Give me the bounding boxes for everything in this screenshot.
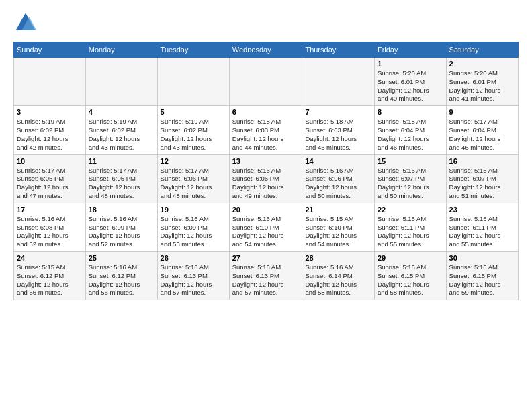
day-info: Sunrise: 5:15 AM Sunset: 6:12 PM Dayligh… [17,263,83,298]
day-number: 20 [232,205,300,214]
calendar-cell: 21Sunrise: 5:15 AM Sunset: 6:10 PM Dayli… [302,203,375,251]
day-info: Sunrise: 5:18 AM Sunset: 6:04 PM Dayligh… [378,118,443,152]
calendar-cell: 28Sunrise: 5:16 AM Sunset: 6:14 PM Dayli… [302,252,375,300]
day-number: 11 [89,157,154,165]
day-number: 16 [449,157,515,165]
day-info: Sunrise: 5:17 AM Sunset: 6:06 PM Dayligh… [161,167,226,201]
day-number: 18 [89,205,154,214]
calendar-cell: 27Sunrise: 5:16 AM Sunset: 6:13 PM Dayli… [229,252,302,300]
day-info: Sunrise: 5:16 AM Sunset: 6:10 PM Dayligh… [232,215,300,249]
calendar-cell: 14Sunrise: 5:16 AM Sunset: 6:06 PM Dayli… [302,154,375,203]
calendar-cell: 30Sunrise: 5:16 AM Sunset: 6:15 PM Dayli… [446,252,518,300]
day-number: 25 [89,254,154,262]
calendar-cell: 8Sunrise: 5:18 AM Sunset: 6:04 PM Daylig… [374,106,446,154]
calendar-cell: 20Sunrise: 5:16 AM Sunset: 6:10 PM Dayli… [229,203,302,251]
day-number: 9 [449,108,515,116]
weekday-header-monday: Monday [85,42,157,58]
calendar-body: 1Sunrise: 5:20 AM Sunset: 6:01 PM Daylig… [14,58,519,300]
day-number: 26 [161,254,226,262]
day-info: Sunrise: 5:15 AM Sunset: 6:10 PM Dayligh… [305,215,371,249]
calendar-header: SundayMondayTuesdayWednesdayThursdayFrid… [14,42,519,58]
calendar-cell: 22Sunrise: 5:15 AM Sunset: 6:11 PM Dayli… [374,203,446,251]
calendar-cell: 2Sunrise: 5:20 AM Sunset: 6:01 PM Daylig… [446,58,518,106]
day-number: 13 [232,157,300,165]
day-info: Sunrise: 5:17 AM Sunset: 6:05 PM Dayligh… [17,167,83,201]
day-info: Sunrise: 5:16 AM Sunset: 6:13 PM Dayligh… [232,263,300,298]
day-number: 3 [17,108,83,116]
day-info: Sunrise: 5:17 AM Sunset: 6:04 PM Dayligh… [449,118,515,152]
day-number: 23 [449,205,515,214]
calendar-cell: 7Sunrise: 5:18 AM Sunset: 6:03 PM Daylig… [302,106,375,154]
weekday-row: SundayMondayTuesdayWednesdayThursdayFrid… [14,42,519,58]
day-info: Sunrise: 5:16 AM Sunset: 6:12 PM Dayligh… [89,263,154,298]
calendar-cell [229,58,302,106]
calendar-cell: 15Sunrise: 5:16 AM Sunset: 6:07 PM Dayli… [374,154,446,203]
day-number: 15 [378,157,443,165]
calendar-week-row: 17Sunrise: 5:16 AM Sunset: 6:08 PM Dayli… [14,203,519,251]
day-number: 5 [161,108,226,116]
calendar-cell: 18Sunrise: 5:16 AM Sunset: 6:09 PM Dayli… [85,203,157,251]
day-info: Sunrise: 5:18 AM Sunset: 6:03 PM Dayligh… [232,118,300,152]
day-info: Sunrise: 5:16 AM Sunset: 6:15 PM Dayligh… [378,263,443,298]
day-number: 22 [378,205,443,214]
day-number: 6 [232,108,300,116]
calendar-cell: 19Sunrise: 5:16 AM Sunset: 6:09 PM Dayli… [157,203,229,251]
day-number: 8 [378,108,443,116]
calendar-cell [157,58,229,106]
weekday-header-thursday: Thursday [302,42,375,58]
day-number: 10 [17,157,83,165]
header [13,11,519,35]
day-info: Sunrise: 5:17 AM Sunset: 6:05 PM Dayligh… [89,167,154,201]
calendar-cell [302,58,375,106]
calendar-cell: 6Sunrise: 5:18 AM Sunset: 6:03 PM Daylig… [229,106,302,154]
weekday-header-wednesday: Wednesday [229,42,302,58]
day-number: 1 [378,60,443,68]
page: SundayMondayTuesdayWednesdayThursdayFrid… [0,0,532,411]
day-info: Sunrise: 5:19 AM Sunset: 6:02 PM Dayligh… [89,118,154,152]
day-info: Sunrise: 5:16 AM Sunset: 6:08 PM Dayligh… [17,215,83,249]
day-number: 27 [232,254,300,262]
day-info: Sunrise: 5:15 AM Sunset: 6:11 PM Dayligh… [378,215,443,249]
day-info: Sunrise: 5:16 AM Sunset: 6:15 PM Dayligh… [449,263,515,298]
weekday-header-sunday: Sunday [14,42,86,58]
logo [13,11,40,35]
calendar-table: SundayMondayTuesdayWednesdayThursdayFrid… [13,42,519,300]
day-number: 30 [449,254,515,262]
calendar-week-row: 24Sunrise: 5:15 AM Sunset: 6:12 PM Dayli… [14,252,519,300]
day-info: Sunrise: 5:20 AM Sunset: 6:01 PM Dayligh… [378,69,443,103]
calendar-cell [14,58,86,106]
calendar-week-row: 3Sunrise: 5:19 AM Sunset: 6:02 PM Daylig… [14,106,519,154]
calendar-cell: 5Sunrise: 5:19 AM Sunset: 6:02 PM Daylig… [157,106,229,154]
calendar-cell: 11Sunrise: 5:17 AM Sunset: 6:05 PM Dayli… [85,154,157,203]
day-number: 7 [305,108,371,116]
calendar-cell [85,58,157,106]
day-number: 2 [449,60,515,68]
calendar-cell: 13Sunrise: 5:16 AM Sunset: 6:06 PM Dayli… [229,154,302,203]
calendar-cell: 12Sunrise: 5:17 AM Sunset: 6:06 PM Dayli… [157,154,229,203]
calendar-cell: 9Sunrise: 5:17 AM Sunset: 6:04 PM Daylig… [446,106,518,154]
day-info: Sunrise: 5:19 AM Sunset: 6:02 PM Dayligh… [17,118,83,152]
day-number: 14 [305,157,371,165]
day-info: Sunrise: 5:16 AM Sunset: 6:13 PM Dayligh… [161,263,226,298]
day-info: Sunrise: 5:18 AM Sunset: 6:03 PM Dayligh… [305,118,371,152]
weekday-header-friday: Friday [374,42,446,58]
calendar-cell: 17Sunrise: 5:16 AM Sunset: 6:08 PM Dayli… [14,203,86,251]
day-number: 19 [161,205,226,214]
day-info: Sunrise: 5:16 AM Sunset: 6:07 PM Dayligh… [378,167,443,201]
day-number: 12 [161,157,226,165]
day-number: 28 [305,254,371,262]
calendar-cell: 24Sunrise: 5:15 AM Sunset: 6:12 PM Dayli… [14,252,86,300]
day-info: Sunrise: 5:19 AM Sunset: 6:02 PM Dayligh… [161,118,226,152]
day-info: Sunrise: 5:20 AM Sunset: 6:01 PM Dayligh… [449,69,515,103]
calendar-week-row: 10Sunrise: 5:17 AM Sunset: 6:05 PM Dayli… [14,154,519,203]
calendar-cell: 26Sunrise: 5:16 AM Sunset: 6:13 PM Dayli… [157,252,229,300]
calendar-cell: 4Sunrise: 5:19 AM Sunset: 6:02 PM Daylig… [85,106,157,154]
day-number: 4 [89,108,154,116]
day-info: Sunrise: 5:16 AM Sunset: 6:09 PM Dayligh… [89,215,154,249]
weekday-header-saturday: Saturday [446,42,518,58]
calendar-week-row: 1Sunrise: 5:20 AM Sunset: 6:01 PM Daylig… [14,58,519,106]
day-info: Sunrise: 5:16 AM Sunset: 6:07 PM Dayligh… [449,167,515,201]
calendar-cell: 10Sunrise: 5:17 AM Sunset: 6:05 PM Dayli… [14,154,86,203]
day-info: Sunrise: 5:16 AM Sunset: 6:06 PM Dayligh… [232,167,300,201]
day-number: 17 [17,205,83,214]
